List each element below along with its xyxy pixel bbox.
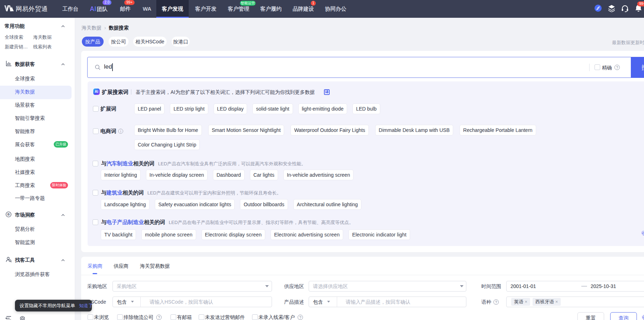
svg-text:B: B	[7, 213, 10, 216]
